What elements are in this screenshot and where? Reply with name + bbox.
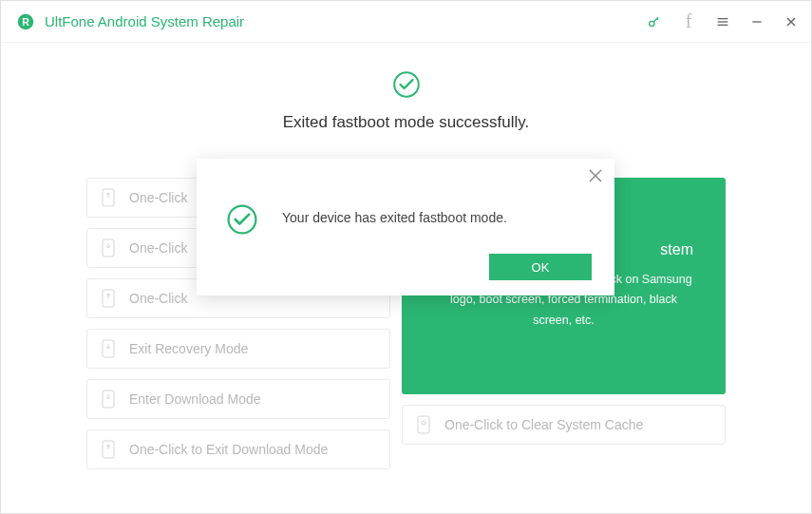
facebook-icon[interactable]: f xyxy=(680,13,697,30)
phone-icon xyxy=(101,188,116,207)
phone-icon xyxy=(101,289,116,308)
option-label: Exit Recovery Mode xyxy=(129,341,248,356)
dialog-body: Your device has exited fastboot mode. xyxy=(197,159,614,237)
titlebar: R UltFone Android System Repair f xyxy=(1,1,811,43)
option-label: One-Click xyxy=(129,240,187,256)
enter-download-button[interactable]: Enter Download Mode xyxy=(86,379,390,419)
option-label: One-Click to Clear System Cache xyxy=(444,417,643,432)
ok-button[interactable]: OK xyxy=(489,254,592,280)
option-label: Enter Download Mode xyxy=(129,391,261,407)
minimize-icon[interactable] xyxy=(748,13,765,30)
dialog-message: Your device has exited fastboot mode. xyxy=(282,202,507,225)
success-dialog: Your device has exited fastboot mode. OK xyxy=(197,159,614,295)
svg-point-2 xyxy=(650,21,654,26)
option-label: One-Click xyxy=(129,291,187,306)
phone-icon xyxy=(416,415,431,434)
phone-icon xyxy=(101,339,116,358)
success-header: Exited fastboot mode successfully. xyxy=(1,69,811,132)
phone-icon xyxy=(101,390,116,409)
option-label: One-Click to Exit Download Mode xyxy=(129,442,328,457)
app-window: R UltFone Android System Repair f xyxy=(0,0,812,514)
app-logo-icon: R xyxy=(16,12,35,31)
success-check-icon xyxy=(391,69,422,100)
titlebar-controls: f xyxy=(646,13,800,30)
option-label: One-Click xyxy=(129,190,187,205)
svg-point-17 xyxy=(422,421,425,425)
phone-icon xyxy=(101,238,116,257)
phone-icon xyxy=(101,440,116,459)
dialog-footer: OK xyxy=(489,254,592,280)
key-icon[interactable] xyxy=(646,13,663,30)
svg-text:R: R xyxy=(22,15,29,27)
close-icon[interactable] xyxy=(783,13,800,30)
menu-icon[interactable] xyxy=(714,13,731,30)
exit-recovery-button[interactable]: Exit Recovery Mode xyxy=(86,329,390,369)
feature-card-title: stem xyxy=(660,241,697,258)
dialog-close-icon[interactable] xyxy=(588,168,603,183)
clear-cache-button[interactable]: One-Click to Clear System Cache xyxy=(402,405,726,445)
success-message: Exited fastboot mode successfully. xyxy=(1,113,811,132)
app-title: UltFone Android System Repair xyxy=(45,13,244,29)
dialog-check-icon xyxy=(225,202,259,237)
exit-download-button[interactable]: One-Click to Exit Download Mode xyxy=(86,429,390,469)
